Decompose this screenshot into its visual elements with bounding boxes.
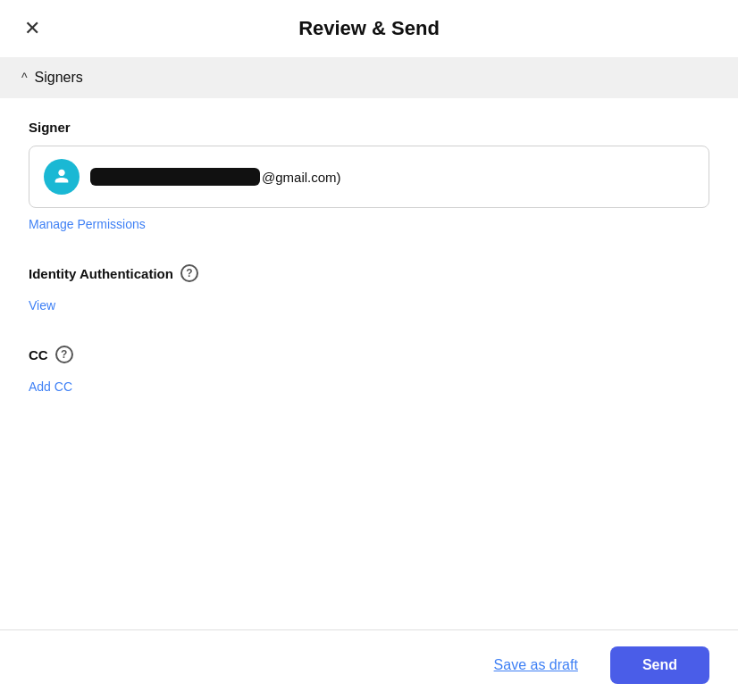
identity-authentication-help-icon[interactable]: ? (180, 264, 198, 282)
identity-authentication-title: Identity Authentication (29, 266, 173, 281)
signer-section: Signer @gmail.com) Manage Permissions (29, 120, 709, 232)
signer-email: @gmail.com) (90, 168, 341, 186)
page-title: Review & Send (298, 17, 440, 40)
cc-title-row: CC ? (29, 346, 709, 363)
email-suffix: @gmail.com) (262, 170, 341, 185)
signer-section-title: Signer (29, 120, 709, 135)
signers-section-header[interactable]: ^ Signers (0, 57, 738, 98)
signers-label: Signers (35, 70, 83, 86)
identity-authentication-section: Identity Authentication ? View (29, 264, 709, 313)
cc-title: CC (29, 347, 48, 362)
cc-section: CC ? Add CC (29, 346, 709, 395)
close-button[interactable]: ✕ (18, 14, 46, 43)
cc-help-icon[interactable]: ? (55, 346, 73, 363)
chevron-up-icon: ^ (21, 71, 28, 85)
footer: Save as draft Send (0, 629, 738, 700)
add-cc-link[interactable]: Add CC (29, 379, 72, 394)
signer-card: @gmail.com) (29, 146, 709, 208)
close-icon: ✕ (24, 19, 40, 38)
page-wrapper: ✕ Review & Send ^ Signers Signer @gmail.… (0, 0, 738, 700)
main-content: Signer @gmail.com) Manage Permissions Id… (0, 98, 738, 629)
header: ✕ Review & Send (0, 0, 738, 57)
avatar (44, 159, 80, 195)
save-draft-button[interactable]: Save as draft (480, 648, 592, 682)
send-button[interactable]: Send (610, 646, 709, 684)
signer-avatar-icon (52, 167, 71, 187)
email-redacted (90, 168, 260, 186)
identity-authentication-title-row: Identity Authentication ? (29, 264, 709, 282)
manage-permissions-link[interactable]: Manage Permissions (29, 217, 146, 231)
view-link[interactable]: View (29, 298, 55, 312)
